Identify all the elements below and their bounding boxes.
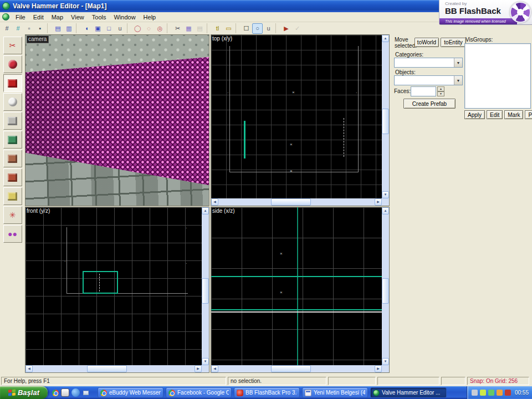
- brush-outline[interactable]: [211, 276, 382, 277]
- save-window-state-icon[interactable]: ▥: [64, 23, 74, 34]
- menu-edit[interactable]: Edit: [29, 13, 48, 21]
- options-icon[interactable]: u: [263, 23, 274, 34]
- visgroups-list[interactable]: [464, 43, 531, 109]
- brush-outline[interactable]: [211, 309, 382, 310]
- help-toolbar-icon[interactable]: ✓: [292, 23, 303, 34]
- scrollbar-thumb[interactable]: [271, 198, 311, 206]
- vertical-scrollbar[interactable]: ▲ ▼: [382, 207, 389, 365]
- larger-grid-icon[interactable]: ▪: [35, 23, 45, 34]
- purge-button[interactable]: Purge: [525, 110, 532, 119]
- create-prefab-button[interactable]: Create Prefab: [403, 99, 456, 109]
- paste-icon[interactable]: ▤: [195, 23, 205, 34]
- brush-outline[interactable]: [244, 121, 245, 158]
- scroll-right-icon[interactable]: ▶: [195, 365, 202, 372]
- cut-icon[interactable]: ✂: [172, 23, 183, 34]
- faces-stepper[interactable]: ▲ ▼: [437, 86, 444, 96]
- brush-outline[interactable]: [83, 271, 118, 294]
- menu-help[interactable]: Help: [140, 13, 160, 21]
- scroll-left-icon[interactable]: ◀: [25, 365, 33, 372]
- viewport-camera[interactable]: camera: [25, 34, 209, 206]
- scroll-down-icon[interactable]: ▼: [202, 358, 209, 365]
- select-touching-icon[interactable]: ☐: [241, 23, 252, 34]
- chrome-icon[interactable]: [52, 390, 59, 396]
- taskbar-item[interactable]: Valve Hammer Editor ...: [370, 387, 447, 398]
- chevron-down-icon[interactable]: ▼: [454, 58, 462, 67]
- taskbar-item[interactable]: Yeni Metin Belgesi (4)...: [302, 387, 368, 398]
- path-tool[interactable]: ●●: [3, 225, 22, 243]
- to-entity-button[interactable]: toEntity: [441, 38, 466, 47]
- viewport-front[interactable]: front (y/z) · · · ▲ ▼ ◀ ▶: [25, 207, 209, 373]
- scrollbar-thumb[interactable]: [382, 278, 389, 304]
- camera-3d-canvas[interactable]: camera: [25, 35, 209, 206]
- group-icon[interactable]: ▣: [93, 23, 103, 34]
- camera-tool[interactable]: [3, 74, 22, 92]
- scroll-right-icon[interactable]: ▶: [375, 198, 382, 206]
- cordon-bounds-icon[interactable]: ▭: [223, 23, 234, 34]
- taskbar-item[interactable]: eBuddy Web Messen...: [98, 387, 163, 398]
- chevron-down-icon[interactable]: ▼: [454, 76, 462, 85]
- clipping-tool[interactable]: [3, 187, 22, 205]
- vertex-tool[interactable]: ✳: [3, 206, 22, 224]
- messenger-icon[interactable]: [61, 388, 69, 397]
- objects-dropdown[interactable]: ▼: [394, 75, 463, 85]
- show-desktop-button[interactable]: [83, 391, 89, 395]
- scroll-right-icon[interactable]: ▶: [375, 365, 382, 372]
- viewport-top[interactable]: top (x/y) × · · × × ▲ ▼ ◀ ▶: [211, 34, 390, 206]
- to-world-button[interactable]: toWorld: [415, 38, 439, 47]
- horizontal-scrollbar[interactable]: ◀ ▶: [211, 198, 382, 206]
- front-2d-canvas[interactable]: front (y/z) · · ·: [25, 207, 202, 365]
- magnify-icon[interactable]: ○: [252, 23, 263, 34]
- messenger-tray-icon[interactable]: [488, 390, 494, 396]
- scroll-up-icon[interactable]: ▲: [382, 35, 389, 42]
- horizontal-scrollbar[interactable]: ◀ ▶: [211, 365, 382, 372]
- scrollbar-thumb[interactable]: [271, 365, 311, 372]
- ungroup-icon[interactable]: □: [104, 23, 114, 34]
- ebuddy-tray-icon[interactable]: [480, 390, 486, 396]
- hide-unselected-icon[interactable]: ◌: [144, 23, 154, 34]
- scrollbar-thumb[interactable]: [87, 365, 127, 372]
- ignore-groups-icon[interactable]: u: [115, 23, 125, 34]
- run-map-icon[interactable]: ▶: [281, 23, 291, 34]
- security-tray-icon[interactable]: [497, 390, 503, 396]
- scrollbar-thumb[interactable]: [382, 109, 389, 134]
- mdi-child-icon[interactable]: [2, 13, 9, 21]
- spin-up-icon[interactable]: ▲: [437, 86, 444, 91]
- load-window-state-icon[interactable]: ▤: [53, 23, 63, 34]
- toggle-3d-grid-icon[interactable]: #: [13, 23, 23, 34]
- magnify-tool[interactable]: [3, 55, 22, 73]
- start-button[interactable]: Başlat: [0, 386, 48, 399]
- scroll-up-icon[interactable]: ▲: [382, 207, 389, 214]
- side-2d-canvas[interactable]: side (x/z) × ×: [211, 207, 382, 365]
- menu-map[interactable]: Map: [48, 13, 67, 21]
- apply-decals-tool[interactable]: [3, 168, 22, 186]
- top-2d-canvas[interactable]: top (x/y) × · · × ×: [211, 35, 382, 198]
- vertical-scrollbar[interactable]: ▲ ▼: [382, 35, 389, 198]
- scrollbar-thumb[interactable]: [202, 278, 209, 304]
- taskbar-item[interactable]: BB FlashBack Pro 3.4...: [234, 387, 300, 398]
- apply-texture-tool[interactable]: [3, 150, 22, 167]
- texture-lock-icon[interactable]: tl: [212, 23, 223, 34]
- block-tool[interactable]: [3, 112, 22, 130]
- menu-file[interactable]: File: [12, 13, 29, 21]
- texture-application-tool[interactable]: [3, 131, 22, 149]
- toggle-grid-icon[interactable]: #: [2, 23, 12, 34]
- apply-button[interactable]: Apply: [464, 110, 485, 119]
- taskbar-item[interactable]: Facebook - Google C...: [166, 387, 232, 398]
- internet-explorer-icon[interactable]: [71, 388, 80, 397]
- vertical-scrollbar[interactable]: ▲ ▼: [202, 207, 209, 365]
- scroll-left-icon[interactable]: ◀: [211, 198, 218, 206]
- mark-button[interactable]: Mark: [504, 110, 523, 119]
- brush-outline[interactable]: [297, 207, 298, 365]
- scroll-left-icon[interactable]: ◀: [211, 365, 218, 372]
- selection-tool[interactable]: ✂: [3, 37, 22, 54]
- categories-dropdown[interactable]: ▼: [394, 58, 463, 68]
- menu-tools[interactable]: Tools: [88, 13, 110, 21]
- entity-tool[interactable]: [3, 93, 22, 111]
- viewport-side[interactable]: side (x/z) × × ▲ ▼ ◀ ▶: [211, 207, 390, 373]
- menu-window[interactable]: Window: [110, 13, 139, 21]
- show-hidden-icon[interactable]: ◎: [155, 23, 165, 34]
- hide-selected-icon[interactable]: ◯: [132, 23, 143, 34]
- faces-input[interactable]: [411, 86, 436, 96]
- smaller-grid-icon[interactable]: ▫: [24, 23, 34, 34]
- flashback-tray-icon[interactable]: [505, 390, 511, 396]
